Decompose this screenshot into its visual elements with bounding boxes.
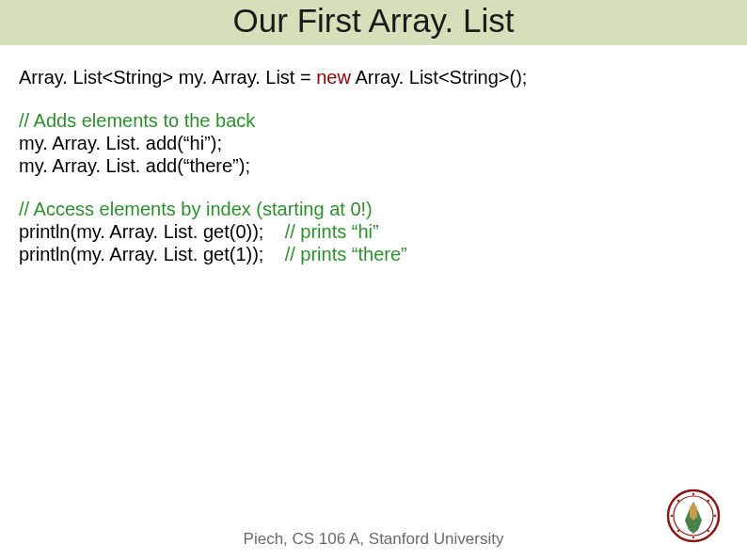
svg-point-7: [707, 500, 709, 502]
svg-point-4: [671, 515, 673, 517]
get0-comment: // prints “hi”: [285, 221, 379, 242]
comment-access: // Access elements by index (starting at…: [19, 198, 728, 220]
stanford-seal-icon: [666, 488, 721, 543]
get1-call: println(my. Array. List. get(1));: [19, 244, 285, 264]
svg-point-5: [714, 515, 716, 517]
new-keyword: new: [316, 67, 351, 88]
title-bar: Our First Array. List: [0, 0, 747, 45]
code-block-add: // Adds elements to the back my. Array. …: [19, 109, 728, 177]
svg-point-6: [677, 500, 679, 502]
svg-point-3: [692, 536, 694, 538]
code-add-hi: my. Array. List. add(“hi”);: [19, 132, 728, 154]
svg-point-9: [707, 530, 709, 532]
slide-title: Our First Array. List: [0, 2, 747, 40]
decl-text: Array. List<String> my. Array. List =: [19, 67, 316, 88]
code-get-1: println(my. Array. List. get(1)); // pri…: [19, 243, 728, 265]
slide-footer: Piech, CS 106 A, Stanford University: [0, 530, 747, 549]
code-block-access: // Access elements by index (starting at…: [19, 198, 728, 265]
svg-point-8: [677, 530, 679, 532]
svg-point-2: [692, 493, 694, 495]
code-add-there: my. Array. List. add(“there”);: [19, 154, 728, 177]
comment-add: // Adds elements to the back: [19, 109, 728, 132]
slide-content: Array. List<String> my. Array. List = ne…: [0, 45, 747, 265]
code-get-0: println(my. Array. List. get(0)); // pri…: [19, 220, 728, 243]
get0-call: println(my. Array. List. get(0));: [19, 221, 285, 242]
get1-comment: // prints “there”: [285, 244, 407, 264]
decl-rest: Array. List<String>();: [351, 67, 527, 88]
code-declaration: Array. List<String> my. Array. List = ne…: [19, 66, 728, 88]
